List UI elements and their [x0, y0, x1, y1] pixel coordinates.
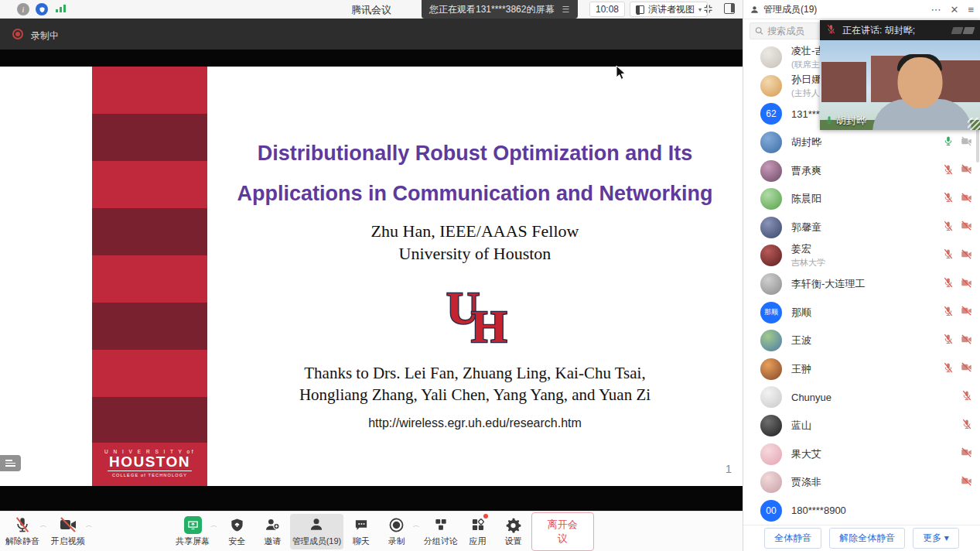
slide-title-line1: Distributionally Robust Optimization and…: [210, 133, 739, 173]
speaker-video-window[interactable]: 正在讲话: 胡封晔; 胡封晔: [820, 20, 980, 130]
layout-icon: [636, 5, 644, 14]
member-row[interactable]: 王波: [743, 327, 980, 355]
camera-off-icon[interactable]: [961, 163, 972, 178]
mic-active-icon[interactable]: [943, 135, 954, 149]
annotation-toolbar-toggle[interactable]: [0, 455, 21, 471]
toolbar-camera-off-button[interactable]: 开启视频: [49, 514, 87, 549]
unmute-all-button[interactable]: 解除全体静音: [829, 528, 905, 549]
view-switch-icon[interactable]: [951, 27, 964, 34]
member-row[interactable]: 那顺 那顺: [743, 298, 980, 327]
camera-off-icon[interactable]: [961, 361, 972, 376]
toolbar-item-label: 安全: [228, 536, 245, 547]
member-name: 那顺: [791, 306, 943, 320]
member-status-icons: [943, 361, 972, 376]
toolbar-breakout-button[interactable]: 分组讨论: [422, 514, 460, 549]
brand-line3: COLLEGE of TECHNOLOGY: [92, 473, 207, 477]
mic-muted-icon[interactable]: [943, 277, 954, 291]
member-row[interactable]: 郭馨童: [743, 214, 980, 242]
toolbar-chat-button[interactable]: 聊天: [343, 514, 379, 549]
member-info: 胡封晔: [791, 135, 943, 149]
shared-screen-area: U N I V E R S I T Y of HOUSTON COLLEGE o…: [0, 50, 743, 511]
member-name: 曹承爽: [791, 164, 943, 178]
member-row[interactable]: 李轩衡-大连理工: [743, 270, 980, 299]
mic-muted-icon[interactable]: [943, 221, 954, 234]
toolbar-shield-button[interactable]: 安全: [219, 514, 254, 549]
info-icon[interactable]: i: [17, 3, 29, 15]
member-status-icons: [943, 277, 972, 292]
member-row[interactable]: 姜宏 吉林大学: [743, 241, 980, 270]
resize-grip[interactable]: [968, 118, 980, 130]
mute-all-button[interactable]: 全体静音: [764, 528, 821, 549]
speaking-label: 正在讲话: 胡封晔;: [842, 24, 915, 37]
camera-off-icon[interactable]: [961, 334, 972, 348]
camera-off-icon[interactable]: [961, 220, 972, 234]
camera-off-icon[interactable]: [961, 305, 972, 320]
mic-muted-icon[interactable]: [943, 334, 954, 347]
member-row[interactable]: 曹承爽: [743, 156, 980, 185]
meeting-timer: 10:08: [589, 2, 625, 17]
view-mode-button[interactable]: 演讲者视图 ▾: [630, 2, 708, 17]
members-icon: [750, 5, 760, 15]
toolbar-record-button[interactable]: 录制: [379, 514, 415, 549]
member-name: 蓝山: [791, 419, 961, 433]
more-button[interactable]: 更多 ▾: [913, 528, 958, 549]
toolbar-mic-off-button[interactable]: 解除静音: [3, 514, 42, 549]
member-row[interactable]: Chunyue: [743, 383, 980, 412]
toolbar-item-label: 邀请: [264, 536, 281, 547]
mic-muted-icon[interactable]: [961, 419, 972, 433]
toolbar-members-button[interactable]: 管理成员(19): [290, 514, 343, 549]
toolbar-invite-button[interactable]: 邀请: [254, 514, 290, 549]
camera-off-icon[interactable]: [961, 192, 972, 207]
toolbar-item-label: 录制: [388, 536, 405, 547]
view-switch-icon[interactable]: [963, 27, 975, 34]
avatar: [760, 386, 782, 408]
watching-notice[interactable]: 您正在观看131****3862的屏幕 ☰: [422, 0, 578, 19]
mic-muted-icon[interactable]: [943, 306, 954, 320]
mic-muted-icon[interactable]: [943, 192, 954, 206]
network-signal-icon[interactable]: [56, 5, 66, 12]
panel-close-icon[interactable]: ✕: [946, 4, 964, 15]
member-row[interactable]: 王翀: [743, 355, 980, 384]
member-panel-header: 管理成员(19) ⋯ ✕ ≡: [743, 0, 980, 19]
toolbar-apps-button[interactable]: 应用: [460, 514, 496, 549]
member-status-icons: [943, 334, 972, 348]
camera-off-icon[interactable]: [961, 135, 972, 150]
side-panel-icon[interactable]: [724, 3, 735, 14]
member-row[interactable]: 贾涤非: [743, 468, 980, 497]
fullscreen-icon[interactable]: [702, 3, 714, 18]
camera-off-icon[interactable]: [961, 248, 972, 263]
notice-menu-icon[interactable]: ☰: [562, 5, 570, 15]
camera-off-icon[interactable]: [961, 277, 972, 292]
mic-muted-icon[interactable]: [943, 362, 954, 376]
mic-muted-icon[interactable]: [943, 164, 954, 178]
chevron-up-icon[interactable]: ︿: [210, 522, 217, 529]
member-info: 李轩衡-大连理工: [791, 277, 943, 291]
avatar: [760, 188, 782, 210]
member-status-icons: [943, 135, 972, 150]
toolbar-gear-button[interactable]: 设置: [496, 514, 531, 549]
chevron-up-icon[interactable]: ︿: [413, 522, 420, 529]
avatar: [760, 358, 782, 380]
slide-author-block: Zhu Han, IEEE/AAAS Fellow University of …: [210, 220, 739, 265]
member-row[interactable]: 00 180****8900: [743, 497, 980, 525]
member-panel-footer: 全体静音解除全体静音更多 ▾: [743, 525, 980, 551]
mic-muted-icon[interactable]: [961, 390, 972, 404]
panel-more-icon[interactable]: ⋯: [927, 4, 946, 15]
mic-muted-icon[interactable]: [943, 248, 954, 262]
security-shield-icon[interactable]: [36, 3, 48, 15]
toolbar-screen-share-button[interactable]: 共享屏幕: [173, 514, 212, 549]
chevron-up-icon[interactable]: ︿: [86, 522, 93, 529]
member-row[interactable]: 果大艾: [743, 440, 980, 468]
member-row[interactable]: 蓝山: [743, 412, 980, 440]
member-row[interactable]: 胡封晔: [743, 128, 980, 157]
panel-menu-icon[interactable]: ≡: [963, 4, 974, 15]
list-icon: [5, 458, 15, 468]
member-info: 贾涤非: [791, 475, 961, 489]
chevron-up-icon[interactable]: ︿: [40, 522, 47, 529]
member-status-icons: [961, 447, 972, 461]
camera-off-icon[interactable]: [961, 475, 972, 490]
camera-off-icon[interactable]: [961, 447, 972, 461]
member-row[interactable]: 陈晨阳: [743, 185, 980, 214]
slide-stripe-column: U N I V E R S I T Y of HOUSTON COLLEGE o…: [92, 67, 207, 486]
leave-meeting-button[interactable]: 离开会议: [531, 512, 594, 551]
